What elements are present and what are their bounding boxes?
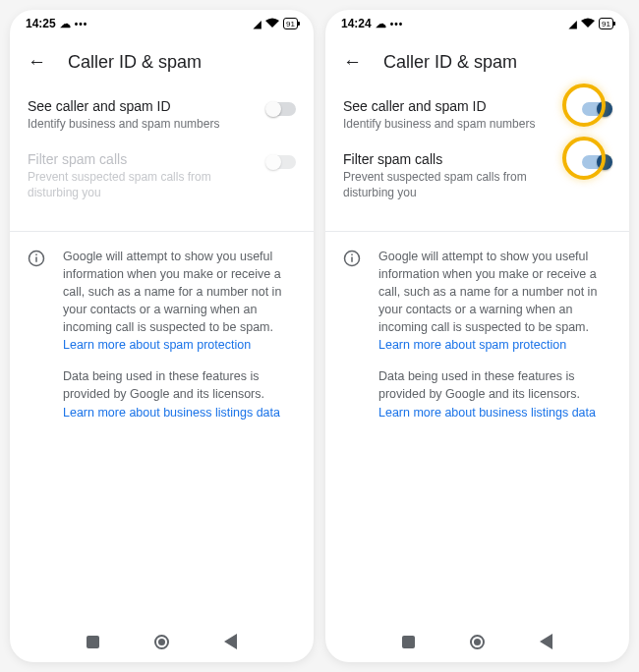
header: ← Caller ID & spam (325, 37, 629, 86)
info-icon (28, 250, 45, 267)
setting-sub: Prevent suspected spam calls from distur… (28, 169, 257, 200)
setting-see-caller-id[interactable]: See caller and spam ID Identify business… (343, 92, 611, 145)
battery-icon: 91 (283, 18, 298, 29)
setting-sub: Identify business and spam numbers (343, 116, 572, 132)
setting-title: Filter spam calls (343, 151, 572, 167)
status-time: 14:24 (341, 17, 372, 30)
status-time: 14:25 (26, 17, 56, 30)
setting-filter-spam-calls: Filter spam calls Prevent suspected spam… (28, 145, 296, 214)
cloud-icon: ☁ (60, 18, 71, 30)
status-right: ◢ 91 (569, 18, 613, 30)
status-right: ◢ 91 (254, 18, 298, 30)
nav-back-icon[interactable] (224, 634, 237, 649)
info-block: Google will attempt to show you useful i… (10, 232, 314, 437)
info-text: Google will attempt to show you useful i… (378, 248, 611, 421)
nav-bar (325, 621, 629, 662)
toggle-filter-spam-calls[interactable] (582, 155, 611, 169)
svg-rect-2 (35, 253, 37, 255)
svg-rect-5 (351, 253, 353, 255)
setting-see-caller-id[interactable]: See caller and spam ID Identify business… (28, 92, 296, 145)
more-dots-icon: ••• (390, 19, 404, 29)
setting-filter-spam-calls[interactable]: Filter spam calls Prevent suspected spam… (343, 145, 611, 214)
status-left: 14:24 ☁ ••• (341, 17, 403, 30)
wifi-icon (581, 18, 595, 30)
nav-bar (10, 621, 314, 662)
nav-home-icon[interactable] (470, 635, 485, 649)
phone-screen-left: 14:25 ☁ ••• ◢ 91 ← Caller ID & spam See … (10, 10, 314, 662)
setting-title: See caller and spam ID (28, 98, 257, 114)
info-icon (343, 250, 361, 267)
setting-title: Filter spam calls (28, 151, 257, 167)
back-arrow-icon[interactable]: ← (343, 51, 362, 73)
back-arrow-icon[interactable]: ← (28, 51, 46, 73)
signal-icon: ◢ (569, 19, 577, 29)
nav-recent-icon[interactable] (402, 636, 415, 648)
link-spam-protection[interactable]: Learn more about spam protection (378, 338, 566, 352)
info-block: Google will attempt to show you useful i… (325, 232, 629, 437)
toggle-see-caller-id[interactable] (582, 102, 611, 116)
setting-sub: Identify business and spam numbers (28, 116, 257, 132)
phone-screen-right: 14:24 ☁ ••• ◢ 91 ← Caller ID & spam See … (325, 10, 629, 662)
link-business-listings[interactable]: Learn more about business listings data (63, 406, 280, 420)
info-text: Google will attempt to show you useful i… (63, 248, 296, 421)
toggle-filter-spam-calls (266, 155, 296, 169)
page-title: Caller ID & spam (68, 52, 202, 73)
status-bar: 14:24 ☁ ••• ◢ 91 (325, 10, 629, 37)
page-title: Caller ID & spam (383, 52, 517, 73)
toggle-see-caller-id[interactable] (266, 102, 296, 116)
settings-block: See caller and spam ID Identify business… (10, 86, 314, 231)
header: ← Caller ID & spam (10, 37, 314, 86)
setting-sub: Prevent suspected spam calls from distur… (343, 169, 572, 200)
status-bar: 14:25 ☁ ••• ◢ 91 (10, 10, 314, 37)
svg-rect-1 (35, 256, 37, 261)
cloud-icon: ☁ (376, 18, 386, 30)
signal-icon: ◢ (254, 19, 261, 29)
nav-home-icon[interactable] (154, 635, 169, 649)
svg-rect-4 (351, 256, 353, 261)
wifi-icon (265, 18, 279, 30)
settings-block: See caller and spam ID Identify business… (325, 86, 629, 231)
setting-title: See caller and spam ID (343, 98, 572, 114)
link-spam-protection[interactable]: Learn more about spam protection (63, 338, 251, 352)
link-business-listings[interactable]: Learn more about business listings data (378, 406, 596, 420)
nav-back-icon[interactable] (540, 634, 552, 649)
battery-icon: 91 (599, 18, 613, 29)
status-left: 14:25 ☁ ••• (26, 17, 87, 30)
more-dots-icon: ••• (75, 19, 88, 29)
nav-recent-icon[interactable] (87, 636, 99, 648)
